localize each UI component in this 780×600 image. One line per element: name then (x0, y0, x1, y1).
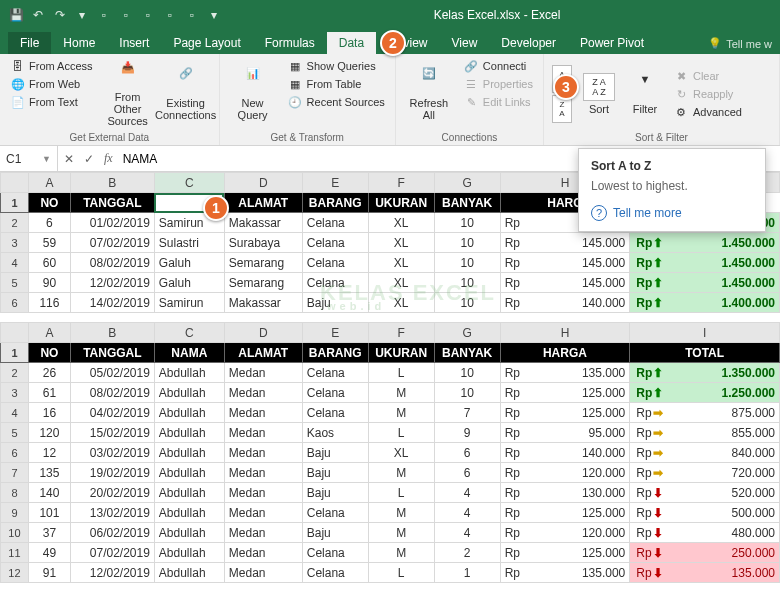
cell[interactable]: M (368, 463, 434, 483)
cell[interactable]: M (368, 383, 434, 403)
filter-button[interactable]: ▼ Filter (626, 73, 664, 115)
cell[interactable]: Rp135.000 (500, 563, 630, 583)
cell[interactable]: 10 (434, 253, 500, 273)
cell[interactable]: Makassar (224, 293, 302, 313)
cell[interactable]: 37 (28, 523, 70, 543)
row-header[interactable]: 3 (1, 383, 29, 403)
cell[interactable]: XL (368, 213, 434, 233)
cell[interactable]: ⬇ Rp135.000 (630, 563, 780, 583)
cell[interactable]: Semarang (224, 253, 302, 273)
cell[interactable]: Baju (302, 483, 368, 503)
tab-developer[interactable]: Developer (489, 32, 568, 54)
cell[interactable]: Abdullah (154, 403, 224, 423)
cell[interactable]: 20/02/2019 (70, 483, 154, 503)
cell[interactable]: 26 (28, 363, 70, 383)
qat-item-icon[interactable]: ▫ (140, 7, 156, 23)
col-header[interactable]: F (368, 323, 434, 343)
cell[interactable]: 91 (28, 563, 70, 583)
row-header[interactable]: 10 (1, 523, 29, 543)
cell[interactable]: Medan (224, 563, 302, 583)
advanced-button[interactable]: ⚙Advanced (672, 104, 744, 120)
cell[interactable]: XL (368, 253, 434, 273)
col-header[interactable]: H (500, 323, 630, 343)
tab-insert[interactable]: Insert (107, 32, 161, 54)
connections-button[interactable]: 🔗Connecti (462, 58, 535, 74)
cell[interactable]: 12 (28, 443, 70, 463)
cell[interactable]: 6 (434, 463, 500, 483)
cell[interactable]: Kaos (302, 423, 368, 443)
cell[interactable]: NAMA (154, 343, 224, 363)
cell[interactable]: ➡ Rp840.000 (630, 443, 780, 463)
cell[interactable]: 101 (28, 503, 70, 523)
select-all-corner[interactable] (1, 173, 29, 193)
cell[interactable]: Celana (302, 273, 368, 293)
new-query-button[interactable]: 📊 New Query (228, 58, 278, 130)
cell[interactable]: 116 (28, 293, 70, 313)
col-header[interactable]: E (302, 323, 368, 343)
col-header[interactable]: D (224, 323, 302, 343)
col-header[interactable]: E (302, 173, 368, 193)
cell[interactable]: Celana (302, 253, 368, 273)
tab-home[interactable]: Home (51, 32, 107, 54)
cell[interactable]: Rp140.000 (500, 443, 630, 463)
from-table-button[interactable]: ▦From Table (286, 76, 387, 92)
undo-icon[interactable]: ↶ (30, 7, 46, 23)
enter-icon[interactable]: ✓ (84, 152, 94, 166)
cell[interactable]: TOTAL (630, 343, 780, 363)
cell[interactable]: Medan (224, 463, 302, 483)
cell[interactable]: Celana (302, 233, 368, 253)
cell[interactable]: BARANG (302, 343, 368, 363)
row-header[interactable]: 2 (1, 363, 29, 383)
cell[interactable]: Abdullah (154, 463, 224, 483)
cell[interactable]: 13/02/2019 (70, 503, 154, 523)
cell[interactable]: XL (368, 273, 434, 293)
cell[interactable]: Abdullah (154, 423, 224, 443)
cell[interactable]: 49 (28, 543, 70, 563)
cell[interactable]: Celana (302, 503, 368, 523)
cell[interactable]: 03/02/2019 (70, 443, 154, 463)
cell[interactable]: ⬇ Rp480.000 (630, 523, 780, 543)
cell[interactable]: ALAMAT (224, 343, 302, 363)
tab-file[interactable]: File (8, 32, 51, 54)
row-header[interactable]: 2 (1, 213, 29, 233)
cell[interactable]: 120 (28, 423, 70, 443)
row-header[interactable]: 12 (1, 563, 29, 583)
cell[interactable]: 10 (434, 233, 500, 253)
cell[interactable]: Medan (224, 363, 302, 383)
cell[interactable]: ⬇ Rp500.000 (630, 503, 780, 523)
cell[interactable]: Rp125.000 (500, 403, 630, 423)
cell[interactable]: Surabaya (224, 233, 302, 253)
refresh-all-button[interactable]: 🔄 Refresh All (404, 58, 454, 130)
cell[interactable]: Medan (224, 523, 302, 543)
cell[interactable]: Rp145.000 (500, 233, 630, 253)
tab-formulas[interactable]: Formulas (253, 32, 327, 54)
cell[interactable]: 6 (28, 213, 70, 233)
cell[interactable]: 90 (28, 273, 70, 293)
cell[interactable]: 08/02/2019 (70, 383, 154, 403)
col-header[interactable]: D (224, 173, 302, 193)
cell[interactable]: 05/02/2019 (70, 363, 154, 383)
col-header[interactable]: A (28, 323, 70, 343)
cell[interactable]: 140 (28, 483, 70, 503)
cell[interactable]: Medan (224, 503, 302, 523)
cell[interactable]: BANYAK (434, 343, 500, 363)
qat-more-icon[interactable]: ▾ (74, 7, 90, 23)
cell[interactable]: 16 (28, 403, 70, 423)
edit-links-button[interactable]: ✎Edit Links (462, 94, 535, 110)
row-header[interactable]: 8 (1, 483, 29, 503)
qat-dropdown-icon[interactable]: ▾ (206, 7, 222, 23)
cell[interactable]: UKURAN (368, 343, 434, 363)
cell[interactable]: Medan (224, 483, 302, 503)
show-queries-button[interactable]: ▦Show Queries (286, 58, 387, 74)
col-header[interactable]: C (154, 323, 224, 343)
cell[interactable]: Celana (302, 383, 368, 403)
sort-button[interactable]: Z AA Z Sort (580, 73, 618, 115)
cell[interactable]: Rp120.000 (500, 463, 630, 483)
cell[interactable]: Rp140.000 (500, 293, 630, 313)
tooltip-tell-me-more[interactable]: ? Tell me more (591, 205, 753, 221)
cell[interactable]: ⬆ Rp1.250.000 (630, 383, 780, 403)
from-web-button[interactable]: 🌐From Web (8, 76, 95, 92)
cell[interactable]: Baju (302, 523, 368, 543)
cell[interactable]: 07/02/2019 (70, 543, 154, 563)
row-header[interactable]: 4 (1, 253, 29, 273)
